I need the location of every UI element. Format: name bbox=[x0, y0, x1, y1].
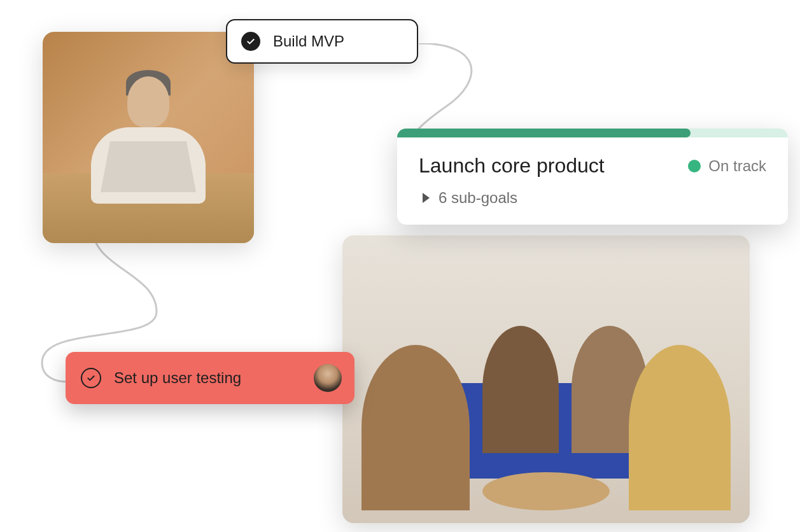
hero-photo-team bbox=[342, 235, 750, 523]
goal-title: Launch core product bbox=[419, 154, 605, 178]
status-badge: On track bbox=[688, 157, 766, 175]
check-filled-icon bbox=[241, 32, 260, 51]
task-label: Build MVP bbox=[273, 32, 344, 50]
goal-card-launch-core-product[interactable]: Launch core product On track 6 sub-goals bbox=[397, 129, 788, 225]
caret-right-icon bbox=[423, 193, 430, 203]
task-label: Set up user testing bbox=[114, 369, 314, 387]
sub-goals-label: 6 sub-goals bbox=[439, 189, 517, 207]
status-label: On track bbox=[708, 157, 766, 175]
progress-fill bbox=[397, 129, 691, 137]
canvas: Build MVP Launch core product On track 6… bbox=[0, 0, 800, 532]
task-card-build-mvp[interactable]: Build MVP bbox=[226, 19, 418, 64]
progress-bar bbox=[397, 129, 788, 137]
task-card-user-testing[interactable]: Set up user testing bbox=[66, 352, 354, 404]
assignee-avatar[interactable] bbox=[314, 364, 342, 392]
sub-goals-toggle[interactable]: 6 sub-goals bbox=[419, 189, 766, 207]
check-outline-icon[interactable] bbox=[81, 368, 101, 388]
hero-photo-individual bbox=[43, 32, 254, 243]
status-dot-icon bbox=[688, 160, 701, 172]
